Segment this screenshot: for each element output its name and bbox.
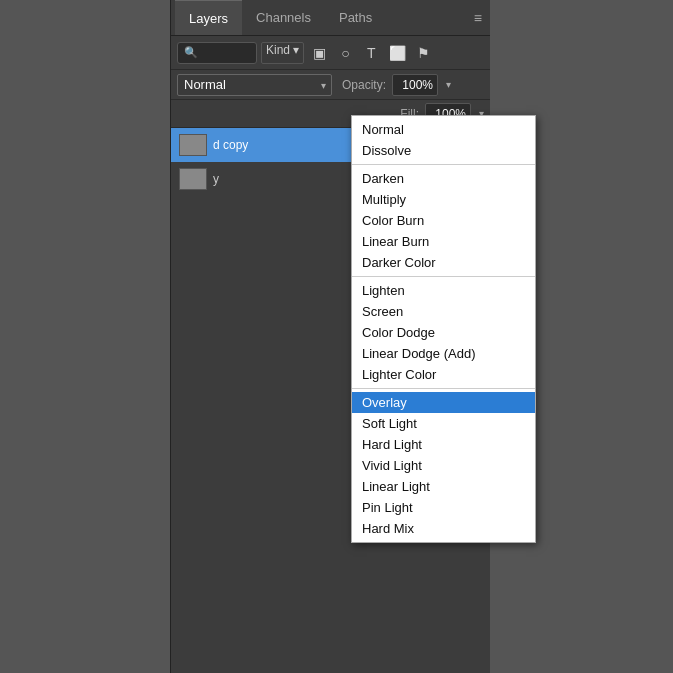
pixel-filter-icon[interactable]: ▣: [308, 42, 330, 64]
blend-option-soft-light[interactable]: Soft Light: [352, 413, 535, 434]
toolbar-row: 🔍 Kind ▾ ▣ ○ T ⬜ ⚑: [171, 36, 490, 70]
blend-option-normal[interactable]: Normal: [352, 119, 535, 140]
opacity-label: Opacity:: [342, 78, 386, 92]
smart-filter-icon[interactable]: ⚑: [412, 42, 434, 64]
blend-group-lighten: Lighten Screen Color Dodge Linear Dodge …: [352, 277, 535, 389]
blend-group-overlay: Overlay Soft Light Hard Light Vivid Ligh…: [352, 389, 535, 542]
layer-name: y: [213, 172, 219, 186]
shape-filter-icon[interactable]: ⬜: [386, 42, 408, 64]
blend-option-linear-light[interactable]: Linear Light: [352, 476, 535, 497]
blend-mode-wrapper: Normal ▾: [177, 74, 332, 96]
blend-group-normal: Normal Dissolve: [352, 116, 535, 165]
opacity-arrow-icon[interactable]: ▾: [446, 79, 451, 90]
blend-option-lighter-color[interactable]: Lighter Color: [352, 364, 535, 385]
layer-name: d copy: [213, 138, 248, 152]
blend-option-color-burn[interactable]: Color Burn: [352, 210, 535, 231]
search-icon: 🔍: [184, 46, 198, 59]
search-box: 🔍: [177, 42, 257, 64]
blend-option-screen[interactable]: Screen: [352, 301, 535, 322]
blend-mode-dropdown: Normal Dissolve Darken Multiply Color Bu…: [351, 115, 536, 543]
panel-menu-icon[interactable]: ≡: [474, 10, 482, 26]
opacity-input[interactable]: [392, 74, 438, 96]
blend-option-hard-light[interactable]: Hard Light: [352, 434, 535, 455]
blend-mode-row: Normal ▾ Opacity: ▾: [171, 70, 490, 100]
tab-channels[interactable]: Channels: [242, 0, 325, 35]
blend-option-lighten[interactable]: Lighten: [352, 280, 535, 301]
blend-mode-select[interactable]: Normal: [177, 74, 332, 96]
blend-option-darker-color[interactable]: Darker Color: [352, 252, 535, 273]
blend-option-darken[interactable]: Darken: [352, 168, 535, 189]
blend-option-dissolve[interactable]: Dissolve: [352, 140, 535, 161]
blend-option-vivid-light[interactable]: Vivid Light: [352, 455, 535, 476]
blend-option-hard-mix[interactable]: Hard Mix: [352, 518, 535, 539]
blend-option-color-dodge[interactable]: Color Dodge: [352, 322, 535, 343]
tab-layers[interactable]: Layers: [175, 0, 242, 35]
layer-thumbnail: [179, 134, 207, 156]
adjustment-filter-icon[interactable]: ○: [334, 42, 356, 64]
tab-paths[interactable]: Paths: [325, 0, 386, 35]
blend-option-multiply[interactable]: Multiply: [352, 189, 535, 210]
blend-option-pin-light[interactable]: Pin Light: [352, 497, 535, 518]
blend-group-darken: Darken Multiply Color Burn Linear Burn D…: [352, 165, 535, 277]
blend-option-linear-burn[interactable]: Linear Burn: [352, 231, 535, 252]
kind-dropdown[interactable]: Kind ▾: [261, 42, 304, 64]
tab-bar: Layers Channels Paths ≡: [171, 0, 490, 36]
blend-option-linear-dodge[interactable]: Linear Dodge (Add): [352, 343, 535, 364]
blend-option-overlay[interactable]: Overlay: [352, 392, 535, 413]
layer-thumbnail: [179, 168, 207, 190]
type-filter-icon[interactable]: T: [360, 42, 382, 64]
